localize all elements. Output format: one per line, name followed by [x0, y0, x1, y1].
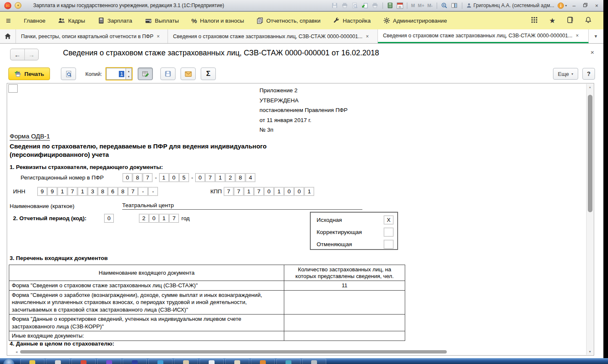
- year-suffix: год: [181, 215, 190, 221]
- home-icon: [4, 33, 11, 40]
- page-close-icon[interactable]: ×: [590, 49, 594, 56]
- menu-item-nastroyka[interactable]: Настройка: [327, 12, 377, 29]
- memory-m-button[interactable]: M: [411, 3, 415, 8]
- taskbar-icon[interactable]: [302, 359, 326, 364]
- load-document-icon[interactable]: [362, 2, 369, 9]
- vertical-scroll-thumb[interactable]: [588, 95, 592, 212]
- titlebar-separator: [462, 3, 462, 9]
- save-button[interactable]: [160, 68, 176, 80]
- period-code-cells: 0: [104, 214, 114, 223]
- system-menu-button[interactable]: ▾: [15, 2, 21, 9]
- taskbar-icon[interactable]: [20, 359, 45, 364]
- history-icon[interactable]: [567, 16, 574, 25]
- taskbar-icon[interactable]: [123, 359, 147, 364]
- taskbar-icon[interactable]: [71, 359, 96, 364]
- document-area[interactable]: Приложение 2 УТВЕРЖДЕНА постановлением П…: [7, 83, 594, 356]
- all-functions-grid-icon[interactable]: [531, 16, 538, 25]
- floppy-icon: [165, 70, 171, 77]
- menu-item-vyplaty[interactable]: Выплаты: [139, 12, 185, 29]
- menu-item-otchetnost[interactable]: Отчетность, справки: [250, 12, 327, 29]
- windows-taskbar[interactable]: [0, 358, 608, 364]
- memory-m-minus-button[interactable]: M-: [427, 3, 433, 8]
- digit-cell: 7: [143, 173, 152, 182]
- back-button[interactable]: ←: [10, 49, 24, 60]
- close-icon[interactable]: ×: [157, 34, 160, 39]
- menu-item-administrirovanie[interactable]: Администрирование: [377, 12, 453, 29]
- memory-m-plus-button[interactable]: M+: [418, 3, 425, 8]
- sum-button[interactable]: Σ: [201, 68, 216, 80]
- digit-cell: 1: [58, 187, 67, 196]
- digit-cell: 0: [104, 214, 114, 223]
- close-icon[interactable]: ×: [576, 33, 579, 39]
- email-button[interactable]: [181, 68, 196, 80]
- people-icon: [58, 17, 65, 24]
- dash-separator: -: [191, 174, 194, 181]
- tab-svedeniya-1[interactable]: Сведения о страховом стаже застрахованны…: [168, 29, 378, 43]
- print-preview-icon[interactable]: [351, 2, 359, 9]
- start-button[interactable]: [3, 359, 14, 364]
- chevron-down-icon: ▾: [565, 4, 567, 8]
- taskbar-icon[interactable]: [225, 359, 249, 364]
- copies-value[interactable]: 1: [106, 68, 126, 80]
- notifications-bell-icon[interactable]: [585, 16, 592, 25]
- scroll-left-icon[interactable]: ◂: [16, 350, 18, 354]
- digit-cell: 0: [123, 173, 132, 182]
- stepper-arrows[interactable]: ▴ ▾: [126, 68, 132, 80]
- tab-svedeniya-2-active[interactable]: Сведения о страховом стаже застрахованны…: [378, 29, 589, 43]
- menu-item-zarplata[interactable]: Зарплата: [92, 12, 139, 29]
- scroll-up-icon[interactable]: ▴: [587, 85, 593, 89]
- save-icon[interactable]: [331, 2, 338, 9]
- digit-cell: 0: [294, 187, 304, 196]
- digit-cell: 1: [159, 214, 169, 223]
- tab-home[interactable]: [0, 29, 16, 43]
- digit-cell: 1: [274, 187, 284, 196]
- vertical-scrollbar[interactable]: ▴ ▾: [586, 84, 593, 355]
- scroll-down-icon[interactable]: ▾: [587, 350, 593, 354]
- horizontal-scrollbar[interactable]: ◂: [16, 349, 577, 354]
- menu-item-nalogi[interactable]: % Налоги и взносы: [185, 12, 250, 29]
- stepper-down-icon[interactable]: ▾: [126, 74, 131, 79]
- current-user[interactable]: Григорьянц А.А. (системный адм...: [466, 3, 554, 8]
- preview-button[interactable]: [61, 68, 76, 80]
- print-icon[interactable]: [341, 2, 349, 9]
- menu-item-main[interactable]: Главное: [18, 12, 52, 29]
- help-button[interactable]: ?: [582, 68, 595, 80]
- taskbar-icon[interactable]: [251, 359, 275, 364]
- digit-cell: 0: [264, 187, 274, 196]
- window-title: Зарплата и кадры государственного учрежд…: [33, 3, 224, 8]
- calculator-icon[interactable]: [387, 2, 394, 9]
- tab-pachki-reestry[interactable]: Пачки, реестры, описи квартальной отчетн…: [16, 29, 168, 43]
- taskbar-icon[interactable]: [276, 359, 301, 364]
- print-batch-icon[interactable]: [372, 2, 379, 9]
- favorites-star-icon[interactable]: ★: [549, 16, 556, 25]
- approval-block: Приложение 2 УТВЕРЖДЕНА постановлением П…: [259, 86, 348, 135]
- calendar-icon[interactable]: 31: [397, 3, 403, 9]
- taskbar-icon[interactable]: [97, 359, 121, 364]
- split-window-icon[interactable]: [451, 2, 458, 9]
- digit-cell: 8: [133, 173, 142, 182]
- taskbar-icon[interactable]: [46, 359, 70, 364]
- taskbar-icon[interactable]: [199, 359, 224, 364]
- section1-title: 1. Реквизиты страхователя, передающего д…: [10, 164, 163, 170]
- taskbar-icon[interactable]: [174, 359, 198, 364]
- wrench-icon: [333, 17, 340, 24]
- copies-stepper[interactable]: 1 ▴ ▾: [105, 67, 133, 81]
- forward-button[interactable]: →: [24, 49, 38, 60]
- taskbar-icon[interactable]: [148, 359, 173, 364]
- close-icon[interactable]: ×: [366, 34, 369, 39]
- close-button[interactable]: ×: [592, 3, 601, 9]
- digit-cell: 0: [195, 173, 205, 182]
- info-button[interactable]: ▾: [557, 2, 567, 9]
- app-window: 1С ▾ Зарплата и кадры государственного у…: [0, 0, 603, 358]
- more-button[interactable]: Еще▾: [553, 68, 578, 80]
- print-button[interactable]: Печать: [8, 68, 50, 80]
- minimize-button[interactable]: –: [570, 3, 578, 9]
- restore-button[interactable]: [581, 3, 590, 9]
- tab-list-dropdown[interactable]: ▼: [589, 29, 603, 43]
- edit-table-button[interactable]: [138, 68, 153, 80]
- menu-item-kadry[interactable]: Кадры: [52, 12, 91, 29]
- hamburger-icon[interactable]: ≡: [6, 16, 11, 26]
- horizontal-scroll-thumb[interactable]: [20, 350, 447, 354]
- zoom-icon[interactable]: [441, 2, 448, 9]
- stepper-up-icon[interactable]: ▴: [126, 68, 131, 74]
